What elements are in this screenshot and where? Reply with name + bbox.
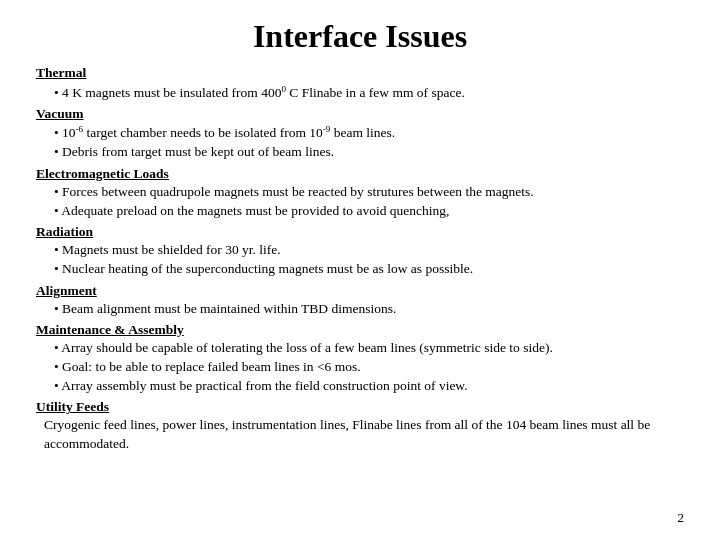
bullet-radiation-2: • Nuclear heating of the superconducting… xyxy=(54,260,684,278)
heading-thermal: Thermal xyxy=(36,65,684,81)
heading-alignment: Alignment xyxy=(36,283,684,299)
bullet-maint-3: • Array assembly must be practical from … xyxy=(54,377,684,395)
bullet-vacuum-1: • 10-6 target chamber needs to be isolat… xyxy=(54,123,684,143)
heading-utility: Utility Feeds xyxy=(36,399,684,415)
section-maintenance: Maintenance & Assembly • Array should be… xyxy=(36,322,684,396)
section-utility: Utility Feeds Cryogenic feed lines, powe… xyxy=(36,399,684,452)
bullet-thermal-1: • 4 K magnets must be insulated from 400… xyxy=(54,82,684,102)
section-vacuum: Vacuum • 10-6 target chamber needs to be… xyxy=(36,106,684,162)
bullet-utility-1: Cryogenic feed lines, power lines, instr… xyxy=(44,416,684,452)
heading-vacuum: Vacuum xyxy=(36,106,684,122)
page-title: Interface Issues xyxy=(36,18,684,55)
bullet-alignment-1: • Beam alignment must be maintained with… xyxy=(54,300,684,318)
page-number: 2 xyxy=(677,510,684,526)
section-radiation: Radiation • Magnets must be shielded for… xyxy=(36,224,684,278)
bullet-maint-1: • Array should be capable of tolerating … xyxy=(54,339,684,357)
page: Interface Issues Thermal • 4 K magnets m… xyxy=(0,0,720,540)
bullet-vacuum-2: • Debris from target must be kept out of… xyxy=(54,143,684,161)
bullet-maint-2: • Goal: to be able to replace failed bea… xyxy=(54,358,684,376)
section-alignment: Alignment • Beam alignment must be maint… xyxy=(36,283,684,318)
heading-maintenance: Maintenance & Assembly xyxy=(36,322,684,338)
bullet-em-2: • Adequate preload on the magnets must b… xyxy=(54,202,684,220)
section-electromagnetic: Electromagnetic Loads • Forces between q… xyxy=(36,166,684,220)
heading-electromagnetic: Electromagnetic Loads xyxy=(36,166,684,182)
heading-radiation: Radiation xyxy=(36,224,684,240)
section-thermal: Thermal • 4 K magnets must be insulated … xyxy=(36,65,684,102)
bullet-em-1: • Forces between quadrupole magnets must… xyxy=(54,183,684,201)
bullet-radiation-1: • Magnets must be shielded for 30 yr. li… xyxy=(54,241,684,259)
